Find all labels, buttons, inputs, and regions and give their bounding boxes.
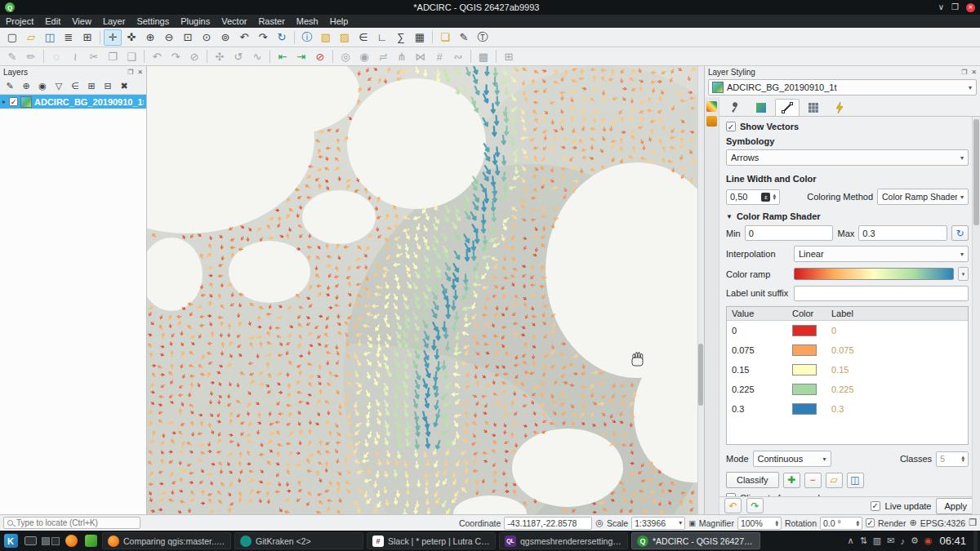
table-row[interactable]: 0.15 0.15 [727,360,968,380]
identify-features-button[interactable]: ⓘ [298,29,316,46]
map-canvas[interactable] [147,66,697,514]
map-scrollbar-thumb[interactable] [698,344,703,406]
offset-curve-button[interactable]: ≓ [374,48,392,64]
rotate-feature-button[interactable]: ↺ [229,48,247,64]
filter-legend-button[interactable]: ▽ [51,80,66,93]
min-input[interactable]: 0 [745,225,834,241]
locate-box[interactable] [3,517,140,529]
menu-project[interactable]: Project [0,16,39,26]
zoom-last-button[interactable]: ↶ [235,29,253,46]
zoom-next-button[interactable]: ↷ [254,29,272,46]
deselect-features-button[interactable]: ▨ [336,29,354,46]
new-layout-button[interactable]: ≣ [60,29,78,46]
close-styling-panel-icon[interactable]: ✕ [971,69,977,76]
color-swatch[interactable] [792,364,817,375]
tray-mail-icon[interactable]: ✉ [887,535,894,546]
tray-note-icon[interactable]: ♪ [900,536,905,546]
color-ramp-shader-section[interactable]: ▼ Color Ramp Shader [726,211,969,221]
toggle-editing-button[interactable]: ✏ [22,48,40,64]
previous-edit-button[interactable]: ⇤ [274,48,292,64]
vertex-tool-button[interactable]: ≀ [66,48,84,64]
styling-scrollbar-thumb[interactable] [973,119,979,225]
snapping-button[interactable]: # [430,48,448,64]
classify-button[interactable]: Classify [726,472,779,488]
map-tips-button[interactable]: ❏ [436,29,454,46]
add-value-button[interactable]: ✚ [783,473,800,488]
mode-select[interactable]: Continuous ▾ [753,451,831,467]
task-gitkraken[interactable]: GitKraken <2> [234,532,363,549]
pan-to-selection-button[interactable]: ✜ [122,29,140,46]
zoom-to-selection-button[interactable]: ⊙ [198,29,216,46]
add-group-button[interactable]: ⊕ [19,80,33,93]
open-layer-styling-button[interactable]: ✎ [2,80,17,93]
tab-general[interactable] [723,99,747,116]
table-row[interactable]: 0 0 [727,321,968,340]
tray-panel-icon[interactable]: ▥ [873,535,881,546]
locate-input[interactable] [16,518,136,527]
open-project-button[interactable]: ▱ [22,29,40,46]
color-ramp-button[interactable] [794,268,954,280]
messages-icon[interactable]: ❒ [969,518,977,528]
current-edits-button[interactable]: ✎ [3,48,21,64]
remove-layer-button[interactable]: ✖ [117,80,131,93]
layout-manager-button[interactable]: ⊞ [78,29,96,46]
save-project-button[interactable]: ◫ [41,29,59,46]
styling-layer-selector[interactable]: ADCIRC_BG_20190910_1t ▾ [708,79,977,96]
attribute-table-button[interactable]: ▦ [411,29,429,46]
menu-layer[interactable]: Layer [97,16,131,26]
desktop-1[interactable] [42,537,50,545]
tracing-button[interactable]: ∾ [449,48,467,64]
undo-button[interactable]: ↶ [148,48,166,64]
color-swatch[interactable] [792,325,817,336]
float-panel-icon[interactable]: ❐ [127,69,133,76]
classes-spinbox[interactable]: 5 ▴▾ [936,451,969,467]
float-styling-panel-icon[interactable]: ❐ [961,69,967,76]
zoom-full-button[interactable]: ⊡ [179,29,197,46]
tray-updown-icon[interactable]: ⇅ [860,535,867,546]
remove-value-button[interactable]: − [804,473,822,488]
move-feature-button[interactable]: ✣ [211,48,229,64]
collapse-all-button[interactable]: ⊟ [100,80,115,93]
shade-window-button[interactable]: ∨ [938,3,944,11]
merge-features-button[interactable]: ⋈ [412,48,430,64]
menu-vector[interactable]: Vector [216,16,252,26]
close-button[interactable]: ✕ [966,3,975,12]
lock-scale-icon[interactable]: ▣ [688,519,696,527]
crs-badge[interactable]: EPSG:4326 [920,518,965,528]
color-swatch[interactable] [792,344,817,356]
zoom-in-button[interactable]: ⊕ [141,29,159,46]
data-defined-override-button[interactable]: ε [761,193,770,202]
add-feature-button[interactable]: ◌ [47,48,65,64]
clock[interactable]: 06:41 [939,535,966,547]
close-panel-icon[interactable]: ✕ [137,69,143,76]
menu-raster[interactable]: Raster [252,16,290,26]
tab-contours[interactable] [749,99,773,116]
apply-button[interactable]: Apply [936,498,975,514]
task-qgis[interactable]: Q *ADCIRC - QGIS 26427ab9993 [631,532,760,549]
measure-button[interactable]: ∟ [373,29,391,46]
zoom-to-layer-button[interactable]: ⊚ [216,29,234,46]
label-unit-suffix-input[interactable] [794,286,969,301]
menu-edit[interactable]: Edit [39,16,66,26]
show-vectors-checkbox[interactable]: ✓ [726,122,736,131]
max-input[interactable]: 0.3 [858,225,947,241]
zoom-out-button[interactable]: ⊖ [160,29,178,46]
redo-style-button[interactable]: ↷ [746,498,764,513]
refresh-map-button[interactable]: ↻ [273,29,291,46]
show-desktop-button[interactable] [22,533,38,549]
panel-edge-handle[interactable] [973,531,978,551]
task-editor[interactable]: QL qgsmeshrenderersettings.h... [499,532,628,549]
tray-record-icon[interactable]: ◉ [924,535,933,546]
expand-all-button[interactable]: ⊞ [84,80,99,93]
app-launcher-button[interactable]: K [2,533,19,549]
add-ring-button[interactable]: ◎ [336,48,354,64]
table-row[interactable]: 0.225 0.225 [727,380,968,399]
tab-vectors[interactable] [775,99,800,116]
new-project-button[interactable]: ▢ [3,29,21,46]
maximize-button[interactable]: ❐ [951,3,959,11]
color-ramp-menu-button[interactable]: ▾ [958,267,969,281]
coordinate-input[interactable]: -43.1187,-22.8578 [504,517,592,530]
menu-plugins[interactable]: Plugins [175,16,216,26]
new-annotation-button[interactable]: ✎ [455,29,473,46]
split-features-button[interactable]: ⋔ [393,48,411,64]
